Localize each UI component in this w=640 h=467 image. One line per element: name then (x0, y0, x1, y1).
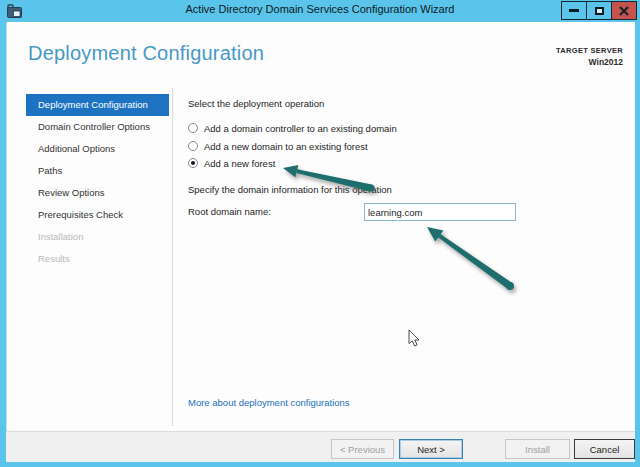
page-title: Deployment Configuration (28, 42, 264, 65)
wizard-body: Deployment Configuration TARGET SERVER W… (6, 22, 635, 462)
radio-label: Add a new domain to an existing forest (204, 141, 368, 152)
wizard-window: Active Directory Domain Services Configu… (0, 0, 640, 467)
close-icon (619, 6, 629, 16)
titlebar: Active Directory Domain Services Configu… (0, 0, 640, 22)
sidebar-item-domain-controller-options[interactable]: Domain Controller Options (26, 116, 169, 138)
cancel-button[interactable]: Cancel (574, 439, 635, 459)
next-button[interactable]: Next > (399, 439, 463, 459)
radio-label: Add a domain controller to an existing d… (204, 123, 397, 134)
minimize-icon (569, 9, 579, 12)
deployment-section-label: Select the deployment operation (188, 98, 324, 109)
sidebar-item-results: Results (26, 248, 169, 270)
maximize-button[interactable] (586, 1, 612, 20)
radio-label: Add a new forest (204, 158, 275, 169)
sidebar-item-prerequisites-check[interactable]: Prerequisites Check (26, 204, 169, 226)
sidebar-divider (172, 88, 173, 426)
sidebar-item-deployment-configuration[interactable]: Deployment Configuration (26, 94, 169, 116)
sidebar-item-additional-options[interactable]: Additional Options (26, 138, 169, 160)
root-domain-label: Root domain name: (188, 206, 271, 217)
radio-icon-selected (188, 158, 198, 168)
radio-add-new-domain[interactable]: Add a new domain to an existing forest (188, 139, 368, 153)
target-server-name: Win2012 (556, 57, 623, 67)
window-title: Active Directory Domain Services Configu… (0, 3, 640, 15)
root-domain-input[interactable] (364, 203, 516, 221)
radio-add-new-forest[interactable]: Add a new forest (188, 156, 275, 170)
target-server-label: TARGET SERVER (556, 46, 623, 55)
footer-bar: < Previous Next > Install Cancel (6, 431, 635, 462)
sidebar-item-review-options[interactable]: Review Options (26, 182, 169, 204)
wizard-steps-sidebar: Deployment Configuration Domain Controll… (26, 94, 169, 270)
target-server-block: TARGET SERVER Win2012 (556, 46, 623, 67)
previous-button: < Previous (331, 439, 394, 459)
radio-icon (188, 123, 198, 133)
sidebar-item-paths[interactable]: Paths (26, 160, 169, 182)
domain-section-label: Specify the domain information for this … (188, 184, 392, 195)
radio-add-domain-controller[interactable]: Add a domain controller to an existing d… (188, 121, 397, 135)
maximize-icon (595, 7, 604, 15)
window-controls (562, 1, 637, 20)
sidebar-item-installation: Installation (26, 226, 169, 248)
minimize-button[interactable] (561, 1, 587, 20)
more-about-link[interactable]: More about deployment configurations (188, 397, 350, 408)
radio-icon (188, 141, 198, 151)
close-button[interactable] (611, 1, 637, 20)
install-button: Install (505, 439, 570, 459)
